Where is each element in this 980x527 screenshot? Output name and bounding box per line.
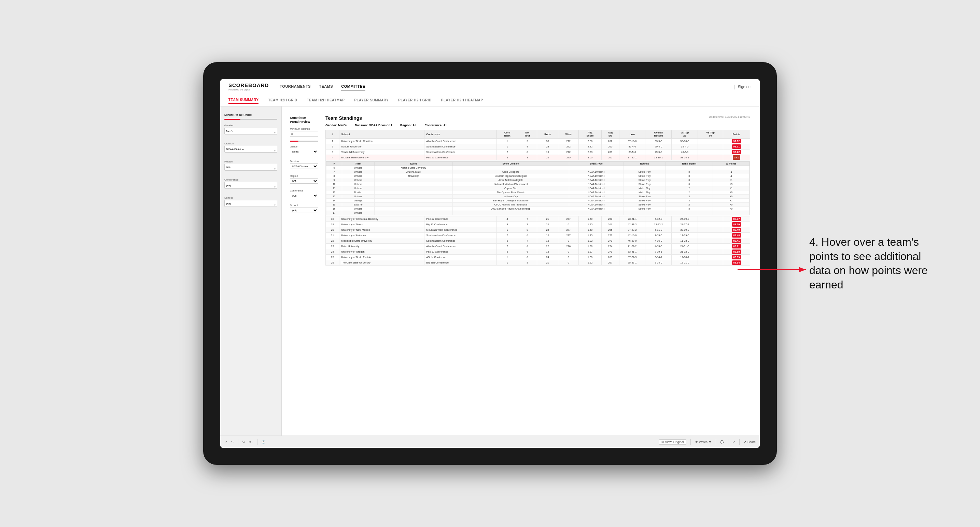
nav-items: TOURNAMENTS TEAMS COMMITTEE — [280, 83, 734, 90]
points-badge[interactable]: 90.22 — [732, 150, 741, 154]
inner-table-row: 15 East Ter OFCC Fighting Illini Invitat… — [326, 203, 749, 207]
paste-button[interactable]: ⊕ · — [248, 440, 253, 444]
points-badge[interactable]: 88.70 — [732, 222, 741, 227]
watch-dropdown-icon: ▼ — [708, 440, 712, 444]
table-row-arizona: 4 Arizona State University Pac-12 Confer… — [326, 155, 750, 160]
toolbar-divider-6 — [739, 439, 740, 445]
expand-button[interactable]: ⤢ — [732, 440, 735, 444]
conference-label: Conference — [224, 178, 277, 181]
sign-out-button[interactable]: Sign out — [738, 85, 752, 89]
main-content: Minimum Rounds Gender Men's Women's — [220, 106, 760, 435]
filter-div-value: NCAA Division I — [369, 124, 392, 127]
standings-table: # School Conference ConfRank No.Tour Rnd… — [325, 130, 750, 265]
region-select-wrapper: N/A — [224, 164, 277, 174]
min-rounds-label: Minimum Rounds — [224, 113, 277, 117]
th-vs50: Vs Top50 — [698, 130, 723, 138]
report-area: Committee Portal Review Minimum Rounds — [282, 106, 760, 435]
nav-teams[interactable]: TEAMS — [319, 83, 333, 90]
table-row: 19 University of Texas Big 12 Conference… — [326, 222, 750, 227]
sidebar-gender: Gender Men's Women's — [224, 124, 277, 138]
report-header: Committee Portal Review Minimum Rounds — [287, 112, 754, 269]
th-conf-rank: ConfRank — [497, 130, 518, 138]
cs-gender-select[interactable]: Men's — [290, 149, 318, 154]
filter-region-value: All — [412, 124, 417, 127]
report-container: Committee Portal Review Minimum Rounds — [287, 112, 754, 269]
copy-button[interactable]: ⧉ — [242, 440, 245, 444]
region-select[interactable]: N/A — [224, 164, 277, 171]
points-badge[interactable]: 88.07 — [732, 217, 741, 221]
cs-slider[interactable] — [290, 141, 318, 142]
cs-min-rounds-input[interactable] — [290, 131, 318, 137]
cs-region: Region N/A — [290, 175, 318, 186]
report-top-row: Team Standings Update time: 13/03/2024 1… — [325, 115, 750, 121]
nav-committee[interactable]: COMMITTEE — [341, 83, 365, 90]
gender-label: Gender — [224, 124, 277, 127]
cs-min-rounds: Minimum Rounds — [290, 127, 318, 142]
tab-player-h2h-grid[interactable]: PLAYER H2H GRID — [398, 97, 432, 103]
points-badge[interactable]: 97.02 — [732, 139, 741, 143]
sidebar-conference: Conference (All) — [224, 178, 277, 192]
cs-conference-select[interactable]: (All) — [290, 193, 318, 198]
th-adj-score: Adj.Score — [579, 130, 601, 138]
points-badge[interactable]: 88.89 — [732, 255, 741, 259]
inner-table-row: 8 Univers University Southern Highlands … — [326, 174, 749, 178]
points-badge[interactable]: 88.71 — [732, 244, 741, 249]
tab-team-summary[interactable]: TEAM SUMMARY — [228, 97, 258, 104]
division-select[interactable]: NCAA Division I — [224, 146, 277, 152]
inner-table-row: 17 Univers — [326, 211, 749, 215]
table-row: 1 University of North Carolina Atlantic … — [326, 138, 750, 144]
points-badge[interactable]: 88.41 — [732, 238, 741, 243]
inner-popup-table: # Team Event Event Division Event Type R… — [326, 162, 749, 215]
conference-select[interactable]: (All) — [224, 182, 277, 189]
update-time: Update time: 13/03/2024 10:03:42 — [709, 115, 750, 118]
inner-table-row: 14 Georgia Ben Hogan Collegiate Invitati… — [326, 198, 749, 203]
nav-tournaments[interactable]: TOURNAMENTS — [280, 83, 311, 90]
tab-player-h2h-heatmap[interactable]: PLAYER H2H HEATMAP — [441, 97, 483, 103]
points-badge[interactable]: 88.48 — [732, 233, 741, 238]
th-vs25: Vs Top25 — [672, 130, 698, 138]
eye-icon: 👁 — [695, 440, 698, 444]
points-badge[interactable]: 93.31 — [732, 144, 741, 149]
tab-team-h2h-grid[interactable]: TEAM H2H GRID — [268, 97, 297, 103]
inner-table-row: 12 Florida I The Cypress Point Classic N… — [326, 190, 749, 195]
points-badge[interactable]: 88.58 — [732, 249, 741, 254]
cs-min-rounds-label: Minimum Rounds — [290, 127, 318, 130]
share-button[interactable]: ↗ Share — [744, 440, 756, 444]
cs-division-select[interactable]: NCAA Division I — [290, 163, 318, 169]
logo-area: SCOREBOARD Powered by clippi — [228, 82, 269, 91]
tablet-screen: SCOREBOARD Powered by clippi TOURNAMENTS… — [220, 79, 760, 448]
school-select[interactable]: (All) — [224, 200, 277, 207]
comment-button[interactable]: 💬 — [720, 440, 724, 444]
points-badge[interactable]: 88.49 — [732, 228, 741, 232]
undo-button[interactable]: ↩ — [224, 440, 227, 444]
sub-nav: TEAM SUMMARY TEAM H2H GRID TEAM H2H HEAT… — [220, 94, 760, 106]
min-rounds-slider[interactable] — [224, 119, 277, 120]
share-icon: ↗ — [744, 440, 746, 444]
sidebar: Minimum Rounds Gender Men's Women's — [220, 106, 282, 435]
view-button[interactable]: ⊞ View: Original — [659, 439, 686, 445]
inner-popup-container: # Team Event Event Division Event Type R… — [326, 161, 750, 215]
conference-select-wrapper: (All) — [224, 182, 277, 192]
tablet-frame: SCOREBOARD Powered by clippi TOURNAMENTS… — [203, 62, 777, 465]
table-row: 22 Mississippi State University Southeas… — [326, 238, 750, 244]
timer-button[interactable]: 🕐 — [262, 440, 265, 444]
th-overall: OverallRecord — [645, 130, 672, 138]
cs-gender: Gender Men's — [290, 145, 318, 156]
redo-button[interactable]: ↪ — [231, 440, 234, 444]
filter-row: Gender: Men's Division: NCAA Division I … — [325, 124, 750, 127]
cs-school-select[interactable]: (All) — [290, 208, 318, 213]
tab-player-summary[interactable]: PLAYER SUMMARY — [354, 97, 388, 103]
th-no-tour: No.Tour — [518, 130, 537, 138]
gender-select[interactable]: Men's Women's — [224, 128, 277, 135]
filter-division: Division: NCAA Division I — [355, 124, 392, 127]
tab-team-h2h-heatmap[interactable]: TEAM H2H HEATMAP — [307, 97, 345, 103]
cs-region-select[interactable]: N/A — [290, 178, 318, 184]
logo-sub: Powered by clippi — [228, 88, 269, 91]
watch-button[interactable]: 👁 Watch ▼ — [695, 440, 712, 444]
inner-table-row: 9 Univers Amer Ari Intercollegiate NCAA … — [326, 178, 749, 182]
filter-gender-value: Men's — [338, 124, 347, 127]
table-row: 23 Duke University Atlantic Coast Confer… — [326, 244, 750, 249]
points-badge-highlighted[interactable]: 78.5 — [733, 155, 741, 160]
committee-portal-title: Committee Portal Review — [290, 116, 318, 124]
th-wins: Wins — [558, 130, 579, 138]
